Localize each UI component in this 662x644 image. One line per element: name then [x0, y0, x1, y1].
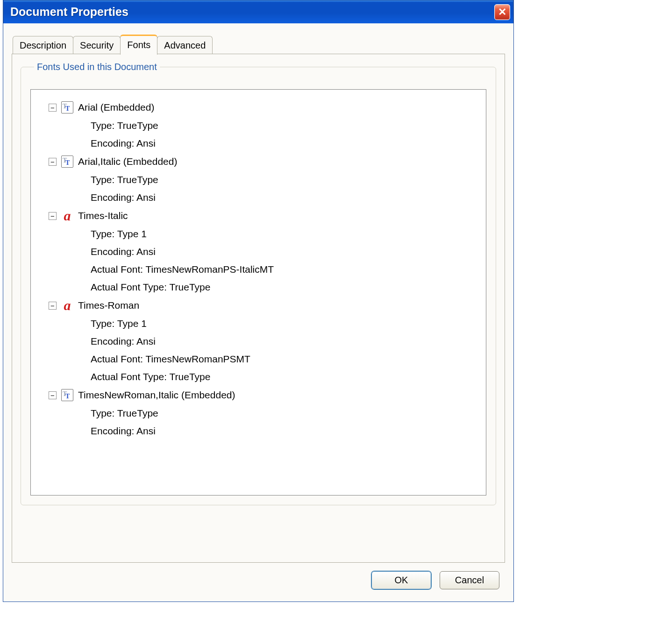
font-detail: Encoding: Ansi	[37, 189, 479, 206]
dialog-buttons: OK Cancel	[12, 563, 505, 593]
tab-description[interactable]: Description	[13, 36, 73, 54]
tree-collapse-icon[interactable]: −	[49, 212, 57, 220]
tabs: Description Security Fonts Advanced	[13, 34, 505, 54]
font-detail: Type: Type 1	[37, 315, 479, 333]
group-legend: Fonts Used in this Document	[34, 62, 160, 72]
font-detail: Actual Font: TimesNewRomanPSMT	[37, 350, 479, 368]
tab-panel-fonts: Fonts Used in this Document − Arial (Emb…	[12, 54, 505, 563]
fonts-groupbox: Fonts Used in this Document − Arial (Emb…	[21, 62, 496, 505]
type1-font-icon: a	[61, 299, 73, 311]
font-detail: Encoding: Ansi	[37, 422, 479, 440]
font-detail: Type: TrueType	[37, 171, 479, 189]
font-name-label: Arial (Embedded)	[78, 101, 154, 114]
font-name-label: Times-Roman	[78, 299, 139, 312]
cancel-button[interactable]: Cancel	[440, 571, 499, 589]
client-area: Description Security Fonts Advanced Font…	[3, 23, 513, 602]
fonts-tree[interactable]: − Arial (Embedded) Type: TrueType Encodi…	[30, 89, 486, 495]
document-properties-dialog: Document Properties ✕ Description Securi…	[3, 0, 514, 602]
tree-collapse-icon[interactable]: −	[49, 302, 57, 310]
tree-node-font[interactable]: − Arial (Embedded)	[37, 98, 479, 117]
type1-font-icon: a	[61, 210, 73, 222]
tree-node-font[interactable]: − a Times-Italic	[37, 206, 479, 225]
tree-collapse-icon[interactable]: −	[49, 391, 57, 399]
tree-node-font[interactable]: − Arial,Italic (Embedded)	[37, 152, 479, 171]
font-detail: Encoding: Ansi	[37, 333, 479, 350]
tab-security[interactable]: Security	[73, 36, 121, 54]
tree-node-font[interactable]: − TimesNewRoman,Italic (Embedded)	[37, 386, 479, 404]
font-detail: Type: Type 1	[37, 225, 479, 243]
font-detail: Encoding: Ansi	[37, 134, 479, 152]
close-icon[interactable]: ✕	[494, 4, 510, 20]
truetype-font-icon	[61, 156, 73, 168]
dialog-title: Document Properties	[10, 5, 128, 19]
font-detail: Actual Font Type: TrueType	[37, 368, 479, 386]
font-name-label: Arial,Italic (Embedded)	[78, 155, 177, 168]
font-name-label: Times-Italic	[78, 209, 128, 222]
title-bar[interactable]: Document Properties ✕	[3, 0, 513, 23]
truetype-font-icon	[61, 389, 73, 401]
truetype-font-icon	[61, 101, 73, 113]
tab-advanced[interactable]: Advanced	[157, 36, 213, 54]
font-name-label: TimesNewRoman,Italic (Embedded)	[78, 389, 235, 402]
tree-node-font[interactable]: − a Times-Roman	[37, 296, 479, 315]
tree-collapse-icon[interactable]: −	[49, 104, 57, 112]
font-detail: Encoding: Ansi	[37, 243, 479, 261]
font-detail: Type: TrueType	[37, 117, 479, 134]
font-detail: Actual Font Type: TrueType	[37, 278, 479, 296]
ok-button[interactable]: OK	[371, 571, 431, 589]
tab-fonts[interactable]: Fonts	[120, 35, 157, 55]
font-detail: Type: TrueType	[37, 404, 479, 422]
font-detail: Actual Font: TimesNewRomanPS-ItalicMT	[37, 261, 479, 278]
tree-collapse-icon[interactable]: −	[49, 158, 57, 166]
